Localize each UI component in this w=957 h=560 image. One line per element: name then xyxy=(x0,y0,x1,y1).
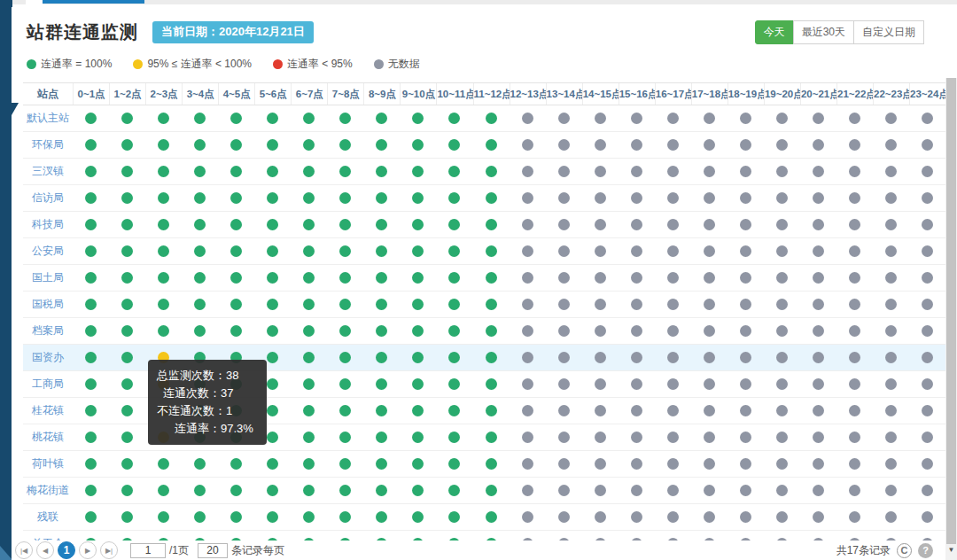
status-dot[interactable] xyxy=(448,325,460,337)
status-dot[interactable] xyxy=(558,485,570,496)
status-dot[interactable] xyxy=(522,405,533,416)
status-dot[interactable] xyxy=(631,299,642,310)
status-dot[interactable] xyxy=(813,299,824,310)
status-dot[interactable] xyxy=(230,245,242,257)
status-dot[interactable] xyxy=(813,378,824,390)
status-dot[interactable] xyxy=(922,192,933,204)
status-dot[interactable] xyxy=(194,511,206,523)
status-dot[interactable] xyxy=(376,405,387,416)
status-dot[interactable] xyxy=(303,405,315,416)
status-dot[interactable] xyxy=(486,113,497,124)
status-dot[interactable] xyxy=(194,299,206,310)
status-dot[interactable] xyxy=(522,113,533,124)
status-dot[interactable] xyxy=(922,272,933,284)
status-dot[interactable] xyxy=(522,299,533,310)
status-dot[interactable] xyxy=(448,192,460,204)
site-link[interactable]: 国税局 xyxy=(23,297,73,312)
status-dot[interactable] xyxy=(339,113,351,124)
status-dot[interactable] xyxy=(85,378,97,390)
status-dot[interactable] xyxy=(486,352,497,363)
status-dot[interactable] xyxy=(631,405,642,416)
status-dot[interactable] xyxy=(631,432,642,443)
status-dot[interactable] xyxy=(303,192,315,204)
status-dot[interactable] xyxy=(448,511,460,523)
status-dot[interactable] xyxy=(740,378,751,390)
status-dot[interactable] xyxy=(885,219,897,230)
status-dot[interactable] xyxy=(849,352,860,363)
status-dot[interactable] xyxy=(339,511,351,523)
status-dot[interactable] xyxy=(667,299,679,310)
status-dot[interactable] xyxy=(667,113,679,124)
status-dot[interactable] xyxy=(740,432,751,443)
status-dot[interactable] xyxy=(85,272,97,284)
status-dot[interactable] xyxy=(813,272,824,284)
status-dot[interactable] xyxy=(85,139,97,151)
status-dot[interactable] xyxy=(740,139,751,151)
status-dot[interactable] xyxy=(558,299,570,310)
status-dot[interactable] xyxy=(376,458,387,470)
status-dot[interactable] xyxy=(922,485,933,496)
site-link[interactable]: 公安局 xyxy=(23,244,73,259)
status-dot[interactable] xyxy=(558,166,570,177)
status-dot[interactable] xyxy=(740,352,751,363)
status-dot[interactable] xyxy=(776,458,788,470)
status-dot[interactable] xyxy=(158,219,169,230)
status-dot[interactable] xyxy=(267,139,278,151)
status-dot[interactable] xyxy=(448,405,460,416)
status-dot[interactable] xyxy=(486,192,497,204)
status-dot[interactable] xyxy=(486,245,497,257)
status-dot[interactable] xyxy=(230,325,242,337)
first-page-button[interactable]: |◀ xyxy=(15,541,33,559)
status-dot[interactable] xyxy=(813,192,824,204)
status-dot[interactable] xyxy=(595,245,606,257)
status-dot[interactable] xyxy=(412,139,424,151)
status-dot[interactable] xyxy=(448,245,460,257)
site-link[interactable]: 国资办 xyxy=(23,350,73,365)
status-dot[interactable] xyxy=(376,485,387,496)
status-dot[interactable] xyxy=(486,299,497,310)
site-link[interactable]: 桂花镇 xyxy=(23,403,73,418)
status-dot[interactable] xyxy=(631,113,642,124)
status-dot[interactable] xyxy=(631,219,642,230)
status-dot[interactable] xyxy=(486,219,497,230)
status-dot[interactable] xyxy=(303,352,315,363)
status-dot[interactable] xyxy=(704,139,715,151)
status-dot[interactable] xyxy=(267,378,278,390)
collapsed-sidebar[interactable] xyxy=(0,4,12,560)
status-dot[interactable] xyxy=(85,219,97,230)
status-dot[interactable] xyxy=(376,245,387,257)
status-dot[interactable] xyxy=(522,432,533,443)
status-dot[interactable] xyxy=(740,405,751,416)
range-button-active[interactable]: 今天 xyxy=(755,20,794,44)
site-link[interactable]: 默认主站 xyxy=(23,111,73,126)
status-dot[interactable] xyxy=(667,511,679,523)
status-dot[interactable] xyxy=(376,113,387,124)
status-dot[interactable] xyxy=(776,405,788,416)
vertical-scrollbar[interactable]: ▼ xyxy=(945,78,957,560)
status-dot[interactable] xyxy=(194,219,206,230)
status-dot[interactable] xyxy=(558,113,570,124)
status-dot[interactable] xyxy=(339,192,351,204)
status-dot[interactable] xyxy=(849,192,860,204)
status-dot[interactable] xyxy=(267,325,278,337)
status-dot[interactable] xyxy=(339,325,351,337)
status-dot[interactable] xyxy=(267,405,278,416)
status-dot[interactable] xyxy=(85,166,97,177)
status-dot[interactable] xyxy=(486,272,497,284)
prev-page-button[interactable]: ◀ xyxy=(36,541,54,559)
status-dot[interactable] xyxy=(522,511,533,523)
status-dot[interactable] xyxy=(303,432,315,443)
status-dot[interactable] xyxy=(194,166,206,177)
status-dot[interactable] xyxy=(339,139,351,151)
scroll-down-arrow-icon[interactable]: ▼ xyxy=(945,546,957,558)
status-dot[interactable] xyxy=(303,113,315,124)
status-dot[interactable] xyxy=(230,139,242,151)
status-dot[interactable] xyxy=(85,511,97,523)
status-dot[interactable] xyxy=(121,325,133,337)
status-dot[interactable] xyxy=(595,219,606,230)
status-dot[interactable] xyxy=(558,378,570,390)
status-dot[interactable] xyxy=(667,139,679,151)
status-dot[interactable] xyxy=(595,139,606,151)
status-dot[interactable] xyxy=(740,272,751,284)
status-dot[interactable] xyxy=(267,192,278,204)
